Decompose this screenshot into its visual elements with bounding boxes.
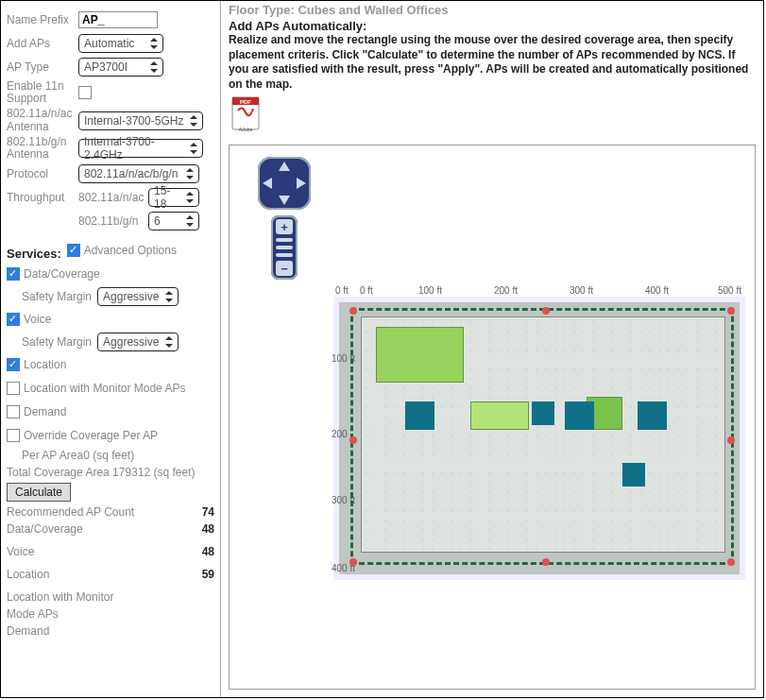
override-label: Override Coverage Per AP bbox=[24, 429, 158, 442]
voice-label: Voice bbox=[24, 313, 51, 326]
room-block bbox=[565, 401, 594, 430]
result-location-label: Location bbox=[7, 568, 49, 581]
total-coverage-label: Total Coverage Area 179312 (sq feet) bbox=[7, 466, 214, 479]
axis-x400: 400 ft bbox=[645, 285, 669, 296]
handle-icon[interactable] bbox=[727, 558, 735, 566]
throughput-a-select[interactable]: 15-18 bbox=[148, 188, 199, 207]
handle-icon[interactable] bbox=[542, 558, 550, 566]
pan-up-button[interactable] bbox=[279, 162, 290, 171]
floor-plan[interactable]: 0 ft 0 ft 100 ft 200 ft 300 ft 400 ft 50… bbox=[333, 297, 745, 580]
pan-left-button[interactable] bbox=[263, 178, 272, 189]
protocol-label: Protocol bbox=[7, 167, 78, 180]
result-data-value: 48 bbox=[192, 522, 214, 536]
room-block bbox=[638, 401, 667, 430]
data-safety-select[interactable]: Aggressive bbox=[97, 287, 179, 306]
location-checkbox[interactable] bbox=[7, 358, 20, 371]
add-aps-label: Add APs bbox=[7, 37, 78, 50]
axis-x300: 300 ft bbox=[570, 285, 593, 296]
pan-pad bbox=[258, 157, 311, 210]
name-prefix-input[interactable] bbox=[78, 11, 158, 28]
handle-icon[interactable] bbox=[349, 558, 357, 566]
handle-icon[interactable] bbox=[727, 307, 735, 315]
antenna-a-select[interactable]: Internal-3700-5GHz bbox=[78, 111, 203, 130]
room-block bbox=[405, 401, 434, 430]
handle-icon[interactable] bbox=[349, 307, 357, 315]
name-prefix-label: Name Prefix bbox=[7, 13, 78, 26]
instructions-text: Realize and move the rectangle using the… bbox=[229, 33, 757, 92]
axis-x500: 500 ft bbox=[718, 285, 741, 296]
recommended-ap-label: Recommended AP Count bbox=[7, 505, 134, 519]
result-modeaps-label: Mode APs bbox=[7, 607, 59, 621]
axis-x0b: 0 ft bbox=[360, 285, 373, 296]
add-aps-header: Add APs Automatically: bbox=[229, 19, 757, 33]
data-coverage-checkbox[interactable] bbox=[7, 267, 20, 281]
voice-safety-label: Safety Margin bbox=[22, 335, 92, 349]
result-data-label: Data/Coverage bbox=[7, 522, 83, 536]
demand-label: Demand bbox=[24, 405, 66, 418]
axis-x200: 200 ft bbox=[494, 285, 518, 296]
enable-11n-checkbox[interactable] bbox=[78, 86, 92, 99]
antenna-b-label: 802.11b/g/n Antenna bbox=[7, 136, 78, 161]
svg-text:Adobe: Adobe bbox=[239, 127, 253, 132]
zoom-tick[interactable] bbox=[276, 253, 293, 257]
pan-right-button[interactable] bbox=[297, 178, 306, 189]
room-block bbox=[532, 401, 553, 425]
per-ap-area-label: Per AP Area0 (sq feet) bbox=[22, 449, 134, 462]
throughput-b-label: 802.11b/g/n bbox=[78, 214, 148, 228]
zoom-in-button[interactable]: + bbox=[276, 219, 293, 234]
zoom-tick[interactable] bbox=[276, 238, 293, 242]
result-location-value: 59 bbox=[192, 568, 214, 581]
svg-text:PDF: PDF bbox=[240, 99, 251, 105]
handle-icon[interactable] bbox=[727, 436, 735, 444]
pdf-icon[interactable]: PDF Adobe bbox=[229, 95, 266, 136]
result-voice-value: 48 bbox=[192, 545, 214, 558]
location-monitor-checkbox[interactable] bbox=[7, 382, 20, 395]
zoom-control: + − bbox=[271, 215, 298, 280]
zone-block bbox=[470, 401, 528, 430]
zoom-tick[interactable] bbox=[276, 246, 293, 249]
recommended-ap-value: 74 bbox=[192, 505, 214, 519]
throughput-a-label: 802.11a/n/ac bbox=[78, 191, 148, 204]
location-label: Location bbox=[24, 358, 66, 371]
zoom-out-button[interactable]: − bbox=[276, 261, 293, 276]
map-area[interactable]: + − 0 ft 0 ft 100 ft 200 ft 300 ft 400 f… bbox=[229, 145, 756, 690]
ap-type-select[interactable]: AP3700I bbox=[78, 58, 163, 77]
antenna-a-label: 802.11a/n/ac Antenna bbox=[7, 108, 78, 132]
voice-checkbox[interactable] bbox=[7, 313, 20, 326]
antenna-b-select[interactable]: Internal-3700-2.4GHz bbox=[78, 139, 203, 158]
advanced-options-checkbox[interactable] bbox=[67, 244, 80, 257]
axis-y200: 200 bbox=[332, 429, 348, 439]
settings-panel: Name Prefix Add APs Automatic AP Type AP… bbox=[1, 1, 220, 697]
demand-checkbox[interactable] bbox=[7, 405, 20, 418]
location-monitor-label: Location with Monitor Mode APs bbox=[24, 382, 185, 395]
result-demand-label: Demand bbox=[7, 624, 49, 638]
floor-type-label: Floor Type: Cubes and Walled Offices bbox=[229, 3, 757, 17]
axis-x100: 100 ft bbox=[418, 285, 442, 296]
axis-x0: 0 ft bbox=[335, 285, 349, 296]
zone-block bbox=[376, 327, 463, 384]
advanced-options-label: Advanced Options bbox=[84, 244, 177, 257]
data-safety-label: Safety Margin bbox=[22, 290, 92, 303]
result-locmon-label: Location with Monitor bbox=[7, 590, 113, 604]
map-panel: Floor Type: Cubes and Walled Offices Add… bbox=[220, 1, 763, 697]
result-voice-label: Voice bbox=[7, 545, 34, 558]
nav-control: + − bbox=[258, 157, 311, 280]
handle-icon[interactable] bbox=[542, 307, 550, 315]
room-block bbox=[622, 463, 644, 487]
pan-down-button[interactable] bbox=[279, 196, 290, 205]
protocol-select[interactable]: 802.11a/n/ac/b/g/n bbox=[78, 164, 199, 183]
handle-icon[interactable] bbox=[349, 436, 357, 444]
add-aps-select[interactable]: Automatic bbox=[78, 34, 163, 53]
ap-type-label: AP Type bbox=[7, 60, 78, 74]
data-coverage-label: Data/Coverage bbox=[24, 267, 100, 281]
voice-safety-select[interactable]: Aggressive bbox=[97, 333, 179, 351]
services-label: Services: bbox=[7, 247, 61, 261]
floor-plan-interior bbox=[362, 317, 724, 552]
override-checkbox[interactable] bbox=[7, 429, 20, 442]
enable-11n-label: Enable 11n Support bbox=[7, 80, 78, 105]
throughput-label: Throughput bbox=[7, 191, 78, 204]
throughput-b-select[interactable]: 6 bbox=[148, 212, 199, 230]
calculate-button[interactable]: Calculate bbox=[7, 483, 71, 502]
